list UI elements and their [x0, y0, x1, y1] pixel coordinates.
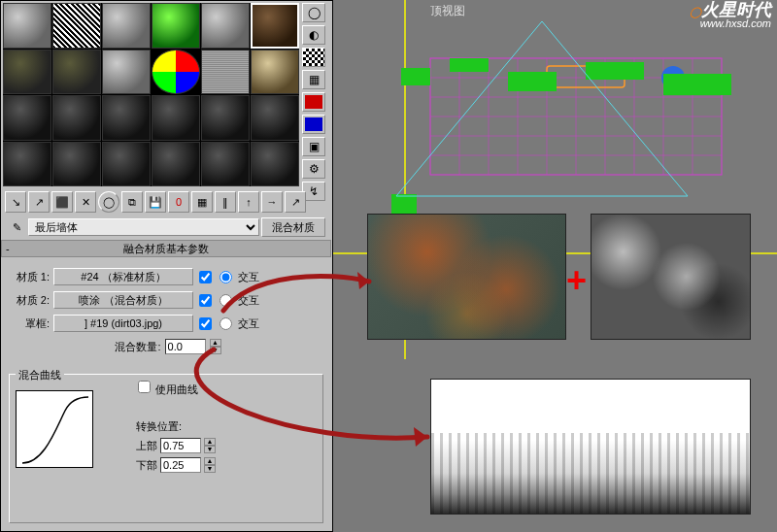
pick-icon[interactable]: ↗ — [285, 191, 306, 213]
mat2-radio-label: 交互 — [238, 293, 259, 308]
clone-icon[interactable]: ⧉ — [121, 191, 143, 213]
delete-icon[interactable]: ✕ — [75, 191, 96, 213]
upper-field[interactable]: 0.75 — [160, 438, 201, 453]
material-slot[interactable] — [52, 50, 101, 95]
material-slot[interactable] — [3, 3, 51, 49]
rollout-header[interactable]: - 融合材质基本参数 — [1, 240, 331, 257]
material-slot[interactable] — [102, 95, 151, 141]
texture-preview-diffuse — [367, 214, 566, 340]
mat2-interactive-radio[interactable] — [220, 294, 232, 307]
material-slot-grid — [3, 3, 299, 186]
material-slot[interactable] — [201, 50, 250, 95]
mix-curve-group: 混合曲线 使用曲线 转换位置: 上部 0.75 ▲▼ 下部 0.25 ▲▼ — [9, 374, 323, 523]
mat2-button[interactable]: 喷涂 （混合材质） — [53, 291, 193, 309]
material-slot[interactable] — [201, 95, 250, 141]
material-toolbar: ↘ ↗ ⬛ ✕ ◯ ⧉ 💾 0 ▦ ‖ ↑ → ↗ — [3, 190, 329, 214]
mask-interactive-radio[interactable] — [220, 317, 232, 330]
material-slot[interactable] — [251, 95, 299, 141]
material-editor-panel: ◯ ◐ ▦ ▣ ⚙ ↯ ↘ ↗ ⬛ ✕ ◯ ⧉ 💾 0 ▦ ‖ ↑ → ↗ ✎ … — [0, 0, 333, 532]
nav-forward-icon[interactable]: → — [261, 191, 283, 213]
material-slot[interactable] — [201, 142, 250, 187]
rollout-collapse-icon[interactable]: - — [6, 241, 10, 256]
uv-tile-icon[interactable]: ▦ — [302, 70, 325, 89]
material-slot[interactable] — [201, 3, 250, 49]
mask-button[interactable]: ] #19 (dirt03.jpg) — [53, 315, 193, 332]
material-slot[interactable] — [3, 95, 51, 141]
color-check-icon[interactable] — [302, 92, 325, 112]
mask-label: 罩框: — [11, 316, 50, 331]
mix-curve-legend: 混合曲线 — [16, 368, 64, 382]
material-slot[interactable] — [152, 95, 200, 141]
sample-type-icon[interactable]: ◯ — [302, 3, 325, 22]
mix-amount-spinner[interactable]: ▲▼ — [210, 339, 221, 354]
material-slot[interactable] — [152, 3, 200, 49]
material-slot[interactable] — [52, 95, 101, 141]
material-slot[interactable] — [102, 142, 151, 187]
eyedropper-icon[interactable]: ✎ — [7, 221, 26, 234]
sample-side-toolbar: ◯ ◐ ▦ ▣ ⚙ ↯ — [302, 3, 331, 201]
mix-amount-label: 混合数量: — [115, 340, 160, 354]
upper-spinner[interactable]: ▲▼ — [204, 438, 216, 453]
material-name-row: ✎ 最后墙体 混合材质 — [3, 216, 329, 238]
reset-icon[interactable]: ◯ — [98, 191, 119, 213]
material-slot[interactable] — [52, 142, 101, 187]
mask-enable-checkbox[interactable] — [199, 317, 212, 330]
material-slot[interactable] — [251, 142, 299, 187]
watermark-logo: ◯火星时代 www.hxsd.com — [690, 4, 771, 29]
plus-icon: + — [566, 260, 587, 301]
show-end-icon[interactable]: ‖ — [215, 191, 236, 213]
mat2-label: 材质 2: — [11, 293, 50, 308]
texture-preview-grayscale — [591, 214, 751, 340]
material-slot[interactable] — [251, 50, 299, 95]
material-name-dropdown[interactable]: 最后墙体 — [28, 218, 259, 236]
scene-vegetation — [391, 49, 751, 214]
assign-icon[interactable]: ⬛ — [51, 191, 73, 213]
nav-parent-icon[interactable]: ↑ — [238, 191, 259, 213]
show-map-icon[interactable]: ▦ — [191, 191, 213, 213]
viewport-area[interactable]: 顶视图 ◯火星时代 www.hxsd.com — [333, 0, 777, 532]
make-preview-icon[interactable]: ▣ — [302, 137, 325, 156]
viewport-label: 顶视图 — [430, 3, 465, 19]
upper-label: 上部 — [136, 439, 157, 453]
material-slot[interactable] — [102, 50, 151, 95]
mat2-enable-checkbox[interactable] — [199, 294, 212, 307]
mat1-enable-checkbox[interactable] — [199, 271, 212, 283]
material-slot[interactable] — [102, 3, 151, 49]
backlight-icon[interactable]: ◐ — [302, 25, 325, 45]
use-curve-label: 使用曲线 — [155, 383, 198, 395]
lower-label: 下部 — [136, 458, 157, 473]
mat1-radio-label: 交互 — [238, 270, 259, 284]
mat1-label: 材质 1: — [11, 270, 50, 284]
material-id-icon[interactable]: 0 — [168, 191, 189, 213]
blend-params: 材质 1: #24 （标准材质） 交互 材质 2: 喷涂 （混合材质） 交互 罩… — [1, 257, 331, 362]
material-slot[interactable] — [152, 142, 200, 187]
mat1-button[interactable]: #24 （标准材质） — [53, 268, 193, 285]
transition-label: 转换位置: — [136, 419, 182, 434]
rollout-title: 融合材质基本参数 — [123, 243, 209, 254]
material-slot[interactable] — [152, 50, 200, 95]
use-curve-checkbox[interactable] — [138, 381, 151, 393]
mat1-interactive-radio[interactable] — [220, 271, 232, 283]
texture-preview-mask — [430, 379, 751, 515]
material-type-button[interactable]: 混合材质 — [261, 217, 325, 237]
mix-curve-graph — [16, 390, 93, 468]
material-slot[interactable] — [3, 50, 51, 95]
video-check-icon[interactable] — [302, 115, 325, 134]
material-slot[interactable] — [52, 3, 101, 49]
get-material-icon[interactable]: ↘ — [5, 191, 26, 213]
options-icon[interactable]: ⚙ — [302, 159, 325, 179]
mix-amount-field[interactable]: 0.0 — [165, 339, 206, 354]
background-checker-icon[interactable] — [302, 48, 325, 67]
material-slot[interactable] — [3, 142, 51, 187]
lower-field[interactable]: 0.25 — [160, 457, 201, 473]
mask-radio-label: 交互 — [238, 316, 259, 331]
put-to-lib-icon[interactable]: 💾 — [145, 191, 166, 213]
material-slot-selected[interactable] — [251, 3, 299, 49]
put-to-scene-icon[interactable]: ↗ — [28, 191, 50, 213]
lower-spinner[interactable]: ▲▼ — [204, 457, 216, 473]
